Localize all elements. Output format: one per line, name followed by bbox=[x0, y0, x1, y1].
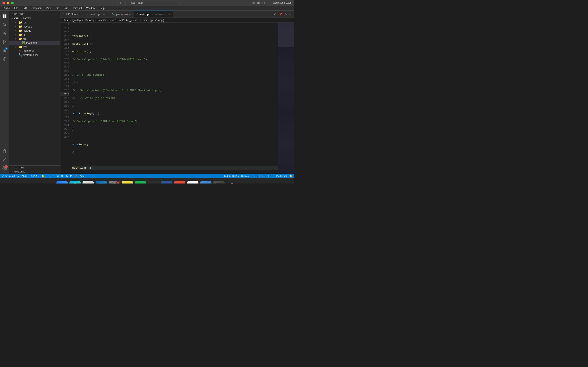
search-icon-activity[interactable] bbox=[1, 21, 9, 29]
breadcrumb-esp01[interactable]: esp01 bbox=[110, 19, 117, 22]
dock-launchpad[interactable] bbox=[82, 181, 94, 184]
status-sync-icon[interactable]: ⇄ bbox=[57, 175, 59, 177]
status-trash-icon[interactable]: 🗑 bbox=[61, 175, 63, 177]
status-check-icon[interactable]: ✓ bbox=[52, 175, 54, 177]
breadcrumb-main-cpp[interactable]: Cmain.cpp bbox=[140, 19, 153, 22]
dock-vnc[interactable]: VE bbox=[200, 181, 212, 184]
source-control-icon[interactable] bbox=[1, 29, 9, 37]
root-folder[interactable]: ▼ CELL_AHT2X bbox=[9, 17, 60, 20]
search-bar[interactable]: Cell_Aht2x bbox=[125, 1, 178, 5]
split-button[interactable]: ⧉ bbox=[284, 12, 287, 16]
dock-wacom[interactable]: W bbox=[213, 181, 225, 184]
status-beaker-icon[interactable]: ⚗ bbox=[66, 175, 68, 177]
breadcrumb-loop[interactable]: ⊕loop() bbox=[155, 19, 164, 22]
extensions-icon[interactable]: ⊞ 3 bbox=[1, 47, 9, 54]
breadcrumb-sgardilyan[interactable]: sgardilyan bbox=[72, 19, 83, 22]
account-icon[interactable] bbox=[1, 156, 9, 164]
menu-code[interactable]: Code bbox=[2, 6, 12, 10]
more-icon[interactable]: ⋯ bbox=[267, 1, 270, 4]
tab-close-button[interactable]: ✕ bbox=[168, 13, 171, 16]
dock-trash[interactable] bbox=[226, 181, 238, 184]
dock-word[interactable]: W bbox=[161, 181, 172, 184]
status-grid-icon[interactable]: ⊞ bbox=[70, 175, 72, 177]
status-home-icon[interactable]: ⌂ bbox=[49, 175, 50, 177]
pin-button[interactable]: 📌 bbox=[278, 12, 283, 16]
tab-main-cpp-src[interactable]: C main.cpp src bbox=[85, 11, 109, 17]
status-bell-icon[interactable]: 🔔 bbox=[290, 175, 292, 177]
dock-safari[interactable] bbox=[69, 181, 81, 184]
minimize-button[interactable] bbox=[7, 2, 9, 4]
code-content[interactable]: timeInit(); setup_wifi(); mqtt_init(); /… bbox=[71, 23, 278, 174]
sidebar-item-test[interactable]: › 📁 test bbox=[9, 45, 60, 49]
more-button[interactable]: ··· bbox=[288, 12, 292, 16]
code-editor[interactable]: 248 249 250 251 252 253 254 255 256 257 … bbox=[61, 23, 294, 174]
explorer-icon[interactable] bbox=[1, 12, 9, 20]
status-encoding[interactable]: UTF-8 bbox=[254, 175, 260, 177]
activity-bar: ⊞ 3 1 bbox=[0, 11, 9, 174]
tab-pio-home[interactable]: ⌂ PIO Home bbox=[61, 11, 85, 17]
status-pin-icon[interactable]: 📌 bbox=[75, 175, 77, 177]
sidebar-item-platformio-ini[interactable]: 🔧 platformio.ini bbox=[9, 53, 60, 57]
breadcrumb-users[interactable]: Users bbox=[63, 19, 69, 22]
dock-spotify[interactable] bbox=[135, 181, 146, 184]
menu-selection[interactable]: Selection bbox=[29, 6, 43, 10]
dock-finder[interactable] bbox=[56, 181, 68, 184]
status-eol[interactable]: LF bbox=[262, 175, 265, 177]
sidebar-item-lib[interactable]: › 📁 lib bbox=[9, 33, 60, 37]
breadcrumb-desktop[interactable]: Desktop bbox=[85, 19, 94, 22]
platformio-icon[interactable] bbox=[1, 55, 9, 63]
sidebar-more-button[interactable]: ··· bbox=[54, 12, 58, 16]
settings-icon[interactable]: 1 bbox=[1, 164, 9, 172]
dock-terminal[interactable]: $ _ bbox=[148, 181, 159, 184]
dock-system-prefs[interactable]: 2 bbox=[109, 181, 120, 184]
layout-icon[interactable]: ▣ bbox=[257, 1, 260, 4]
dock-git-remote[interactable]: ⬡ bbox=[174, 181, 185, 184]
status-language[interactable]: {} C++ bbox=[268, 175, 274, 177]
maximize-button[interactable] bbox=[11, 2, 14, 4]
timeline-panel[interactable]: › TIMELINE bbox=[9, 170, 60, 174]
sidebar-item-vscode[interactable]: › 📁 .vscode bbox=[9, 25, 60, 29]
sidebar-item-gitignore[interactable]: ⬡ .gitignore bbox=[9, 49, 60, 53]
breadcrumb-smartcell[interactable]: SmartCell bbox=[97, 19, 108, 22]
menu-file[interactable]: File bbox=[12, 6, 20, 10]
status-errors[interactable]: ⚠ 2 ✗ 0 bbox=[31, 175, 39, 177]
view-icon[interactable]: ⊟ bbox=[262, 1, 265, 4]
tab-main-cpp-active-label: main.cpp bbox=[139, 13, 150, 16]
menu-run[interactable]: Run bbox=[61, 6, 70, 10]
outline-panel[interactable]: › OUTLINE bbox=[9, 166, 60, 170]
menu-view[interactable]: View bbox=[44, 6, 53, 10]
status-platformio-env[interactable]: ⎇ env:esp01 (Cell_Aht2x) bbox=[2, 175, 28, 177]
minimap-viewport[interactable] bbox=[278, 23, 294, 47]
sidebar-item-include[interactable]: › 📁 include bbox=[9, 29, 60, 33]
back-button[interactable]: ‹ bbox=[116, 1, 118, 5]
status-cursor-position[interactable]: Ln 266, Col 15 bbox=[224, 175, 239, 177]
dock-chrome[interactable] bbox=[187, 181, 199, 184]
check-button[interactable]: ✓ bbox=[273, 12, 277, 16]
forward-button[interactable]: › bbox=[119, 1, 122, 5]
menu-edit[interactable]: Edit bbox=[21, 6, 29, 10]
close-button[interactable] bbox=[2, 2, 5, 4]
status-auto[interactable]: Auto bbox=[80, 175, 85, 177]
menu-go[interactable]: Go bbox=[54, 6, 61, 10]
extensions-alien-icon[interactable] bbox=[1, 147, 9, 155]
timeline-arrow-icon: › bbox=[12, 170, 13, 173]
sidebar-item-main-cpp[interactable]: 🅲 main.cpp bbox=[9, 41, 60, 45]
breadcrumb-src[interactable]: src bbox=[135, 19, 138, 22]
dock-vscode[interactable]: </> bbox=[95, 181, 107, 184]
status-notifications[interactable]: 🔔 0 bbox=[42, 175, 46, 177]
tab-platformio-ini[interactable]: 🔧 platformio.ini bbox=[109, 11, 134, 17]
run-debug-icon[interactable] bbox=[1, 38, 9, 46]
menu-help[interactable]: Help bbox=[97, 6, 107, 10]
status-spaces[interactable]: Spaces: 2 bbox=[241, 175, 251, 177]
sidebar-item-pio[interactable]: › 📁 .pio bbox=[9, 20, 60, 25]
status-platformio-label[interactable]: PlatformIO bbox=[276, 175, 287, 177]
code-line-256: // Serial.println("Could not find AHT? C… bbox=[72, 89, 278, 92]
sidebar-toggle-icon[interactable]: ⊞ bbox=[252, 1, 255, 4]
breadcrumb-cellaht2x[interactable]: cellAHt2x_2 bbox=[119, 19, 132, 22]
sidebar-item-src[interactable]: ▾ 📂 src bbox=[9, 37, 60, 41]
dock-notes[interactable] bbox=[122, 181, 133, 184]
menu-window[interactable]: Window bbox=[84, 6, 97, 10]
code-line-261: } bbox=[72, 127, 278, 131]
menu-terminal[interactable]: Terminal bbox=[70, 6, 84, 10]
tab-main-cpp-active[interactable]: C main.cpp ~/…/cellAht2x_2… ✕ bbox=[134, 11, 173, 17]
